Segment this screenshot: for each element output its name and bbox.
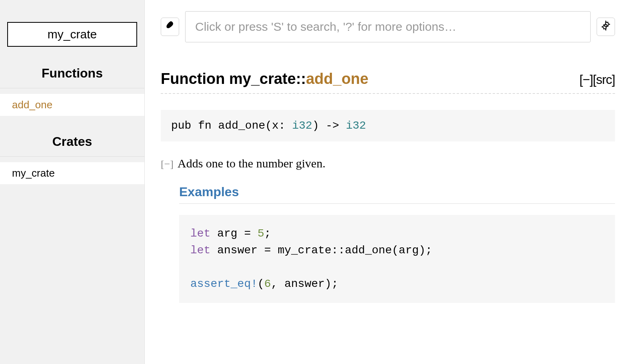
sidebar-heading-crates: Crates xyxy=(0,127,144,157)
doc-summary-row: [−] Adds one to the number given. xyxy=(161,157,615,170)
code-text: ( xyxy=(258,278,264,290)
theme-button[interactable] xyxy=(161,18,179,36)
code-text: , answer); xyxy=(271,278,338,290)
sidebar: my_crate Functions add_one Crates my_cra… xyxy=(0,0,145,364)
sidebar-item-my-crate[interactable]: my_crate xyxy=(0,162,144,184)
sidebar-list-crates: my_crate xyxy=(0,157,144,195)
heading-controls: [−][src] xyxy=(579,72,615,87)
settings-button[interactable] xyxy=(597,18,615,36)
sig-arg-type: i32 xyxy=(292,119,312,132)
heading-kind: Function xyxy=(161,70,225,87)
heading-sep: :: xyxy=(296,70,306,87)
example-code: let arg = 5; let answer = my_crate::add_… xyxy=(179,215,615,303)
crate-title-box[interactable]: my_crate xyxy=(7,22,137,47)
search-input[interactable] xyxy=(185,11,591,42)
heading-fn-name: add_one xyxy=(306,70,368,87)
main-content: Function my_crate::add_one [−][src] pub … xyxy=(145,0,631,364)
heading-path: my_crate xyxy=(229,70,296,87)
sig-mid: ) -> xyxy=(312,119,346,132)
sig-ret-type: i32 xyxy=(346,119,366,132)
crate-title: my_crate xyxy=(48,28,97,41)
fn-signature: pub fn add_one(x: i32) -> i32 xyxy=(161,110,615,141)
sig-prefix: pub fn add_one(x: xyxy=(171,119,292,132)
collapse-toggle[interactable]: [−] xyxy=(579,72,593,87)
code-text: ; xyxy=(264,227,271,240)
code-macro: assert_eq! xyxy=(190,278,258,290)
doc-body: Examples let arg = 5; let answer = my_cr… xyxy=(161,185,615,303)
code-text: arg = xyxy=(210,227,258,240)
examples-heading: Examples xyxy=(179,185,615,204)
page-heading-row: Function my_crate::add_one [−][src] xyxy=(161,70,615,94)
gear-icon xyxy=(601,20,611,33)
code-num: 5 xyxy=(258,227,264,240)
code-text: answer = my_crate::add_one(arg); xyxy=(210,244,432,257)
doc-summary: Adds one to the number given. xyxy=(178,157,325,170)
sidebar-list-functions: add_one xyxy=(0,88,144,127)
doc-toggle[interactable]: [−] xyxy=(161,158,174,170)
src-link[interactable]: [src] xyxy=(593,72,615,87)
sidebar-item-add-one[interactable]: add_one xyxy=(0,94,144,116)
code-kw: let xyxy=(190,244,210,257)
topbar xyxy=(161,11,615,42)
brush-icon xyxy=(165,20,175,33)
code-num: 6 xyxy=(264,278,271,290)
code-kw: let xyxy=(190,227,210,240)
page-title: Function my_crate::add_one xyxy=(161,70,368,88)
sidebar-heading-functions: Functions xyxy=(0,59,144,88)
